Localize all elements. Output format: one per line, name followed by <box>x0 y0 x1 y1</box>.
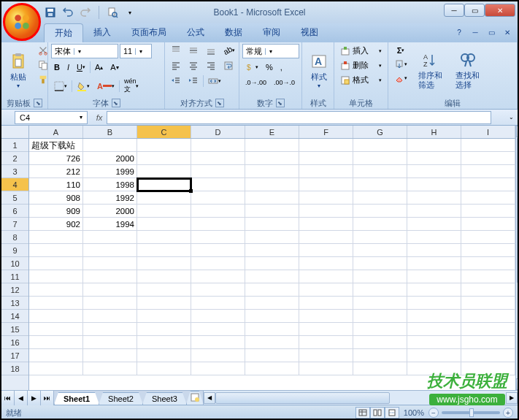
cell-G15[interactable] <box>353 323 407 336</box>
cell-F6[interactable] <box>299 205 353 218</box>
cell-D14[interactable] <box>191 310 245 323</box>
normal-view-button[interactable] <box>355 407 370 419</box>
cell-A12[interactable] <box>29 283 83 297</box>
autosum-button[interactable]: Σ▾ <box>391 44 410 57</box>
wrap-text-button[interactable] <box>220 59 237 72</box>
cell-B12[interactable] <box>83 283 137 297</box>
cell-I15[interactable] <box>461 323 515 336</box>
cell-B13[interactable] <box>83 297 137 310</box>
cell-C17[interactable] <box>137 349 191 362</box>
accounting-format-button[interactable]: $▾ <box>242 61 261 74</box>
ribbon-tab-0[interactable]: 开始 <box>44 23 83 42</box>
increase-decimal-button[interactable]: .0→.00 <box>242 76 269 89</box>
scroll-up-button[interactable]: ▲ <box>516 126 519 137</box>
scroll-down-button[interactable]: ▼ <box>516 378 519 390</box>
col-head-F[interactable]: F <box>299 126 353 138</box>
cell-A7[interactable]: 902 <box>29 218 83 231</box>
row-head-13[interactable]: 13 <box>1 297 28 310</box>
cell-D1[interactable] <box>191 139 245 152</box>
cell-H5[interactable] <box>407 191 461 205</box>
cell-C15[interactable] <box>137 323 191 336</box>
cell-A1[interactable]: 超级下载站 <box>29 139 83 152</box>
cell-D16[interactable] <box>191 336 245 349</box>
cell-F18[interactable] <box>299 362 353 375</box>
cell-B15[interactable] <box>83 323 137 336</box>
cell-C1[interactable] <box>137 139 191 152</box>
cell-D5[interactable] <box>191 191 245 205</box>
clear-button[interactable]: ▾ <box>391 72 410 85</box>
horizontal-scrollbar[interactable]: ◀ ▶ <box>203 391 518 405</box>
cell-B1[interactable] <box>83 139 137 152</box>
doc-minimize[interactable]: ─ <box>469 26 481 38</box>
cell-B3[interactable]: 1999 <box>83 165 137 178</box>
cell-G16[interactable] <box>353 336 407 349</box>
cell-G2[interactable] <box>353 152 407 165</box>
align-top-button[interactable] <box>168 44 184 57</box>
cell-F1[interactable] <box>299 139 353 152</box>
scroll-left-button[interactable]: ◀ <box>204 392 215 404</box>
sheet-nav-first[interactable]: ⏮ <box>1 391 15 405</box>
align-right-button[interactable] <box>203 59 219 72</box>
cell-C5[interactable] <box>137 191 191 205</box>
cell-F14[interactable] <box>299 310 353 323</box>
formula-bar[interactable] <box>107 111 491 124</box>
cell-B6[interactable]: 2000 <box>83 205 137 218</box>
row-head-17[interactable]: 17 <box>1 349 28 362</box>
cell-I5[interactable] <box>461 191 515 205</box>
cell-C2[interactable] <box>137 152 191 165</box>
shrink-font-button[interactable]: A▾ <box>107 61 121 74</box>
cell-A11[interactable] <box>29 270 83 283</box>
cell-C12[interactable] <box>137 283 191 297</box>
row-head-5[interactable]: 5 <box>1 191 28 205</box>
cell-F12[interactable] <box>299 283 353 297</box>
cell-E4[interactable] <box>245 178 299 191</box>
delete-cells-button[interactable]: 删除▾ <box>337 58 385 72</box>
cell-D2[interactable] <box>191 152 245 165</box>
cell-I7[interactable] <box>461 218 515 231</box>
sheet-tab-Sheet3[interactable]: Sheet3 <box>142 392 187 405</box>
cell-H8[interactable] <box>407 231 461 244</box>
name-box[interactable]: C4▾ <box>15 111 88 124</box>
cell-F16[interactable] <box>299 336 353 349</box>
row-head-12[interactable]: 12 <box>1 283 28 297</box>
row-head-15[interactable]: 15 <box>1 323 28 336</box>
col-head-G[interactable]: G <box>353 126 407 138</box>
cell-G5[interactable] <box>353 191 407 205</box>
qat-save[interactable] <box>44 6 57 19</box>
select-all-corner[interactable] <box>1 126 29 139</box>
row-head-10[interactable]: 10 <box>1 257 28 270</box>
cell-F8[interactable] <box>299 231 353 244</box>
styles-button[interactable]: A 样式 ▾ <box>305 44 333 97</box>
formula-bar-expand[interactable]: ⌄ <box>504 111 518 124</box>
cell-C11[interactable] <box>137 270 191 283</box>
align-middle-button[interactable] <box>185 44 201 57</box>
cell-I1[interactable] <box>461 139 515 152</box>
cell-B18[interactable] <box>83 362 137 375</box>
paste-button[interactable]: 粘贴 ▾ <box>4 44 32 97</box>
row-head-6[interactable]: 6 <box>1 205 28 218</box>
cell-E3[interactable] <box>245 165 299 178</box>
cell-A17[interactable] <box>29 349 83 362</box>
cell-B4[interactable]: 1998 <box>83 178 137 191</box>
cell-E14[interactable] <box>245 310 299 323</box>
percent-button[interactable]: % <box>263 61 276 74</box>
office-button[interactable] <box>3 3 41 41</box>
cell-C7[interactable] <box>137 218 191 231</box>
col-head-H[interactable]: H <box>407 126 461 138</box>
cell-I18[interactable] <box>461 362 515 375</box>
row-head-8[interactable]: 8 <box>1 231 28 244</box>
cell-C13[interactable] <box>137 297 191 310</box>
insert-cells-button[interactable]: 插入▾ <box>337 44 385 58</box>
qat-print-preview[interactable] <box>106 6 119 19</box>
cell-A5[interactable]: 908 <box>29 191 83 205</box>
cell-F9[interactable] <box>299 244 353 257</box>
cell-D3[interactable] <box>191 165 245 178</box>
ribbon-tab-5[interactable]: 审阅 <box>253 23 291 42</box>
cell-E8[interactable] <box>245 231 299 244</box>
new-sheet-button[interactable] <box>186 391 204 405</box>
close-button[interactable]: ✕ <box>485 4 515 17</box>
cell-A2[interactable]: 726 <box>29 152 83 165</box>
ribbon-tab-1[interactable]: 插入 <box>83 23 121 42</box>
cell-G9[interactable] <box>353 244 407 257</box>
number-format-combo[interactable]: 常规▾ <box>242 44 299 58</box>
